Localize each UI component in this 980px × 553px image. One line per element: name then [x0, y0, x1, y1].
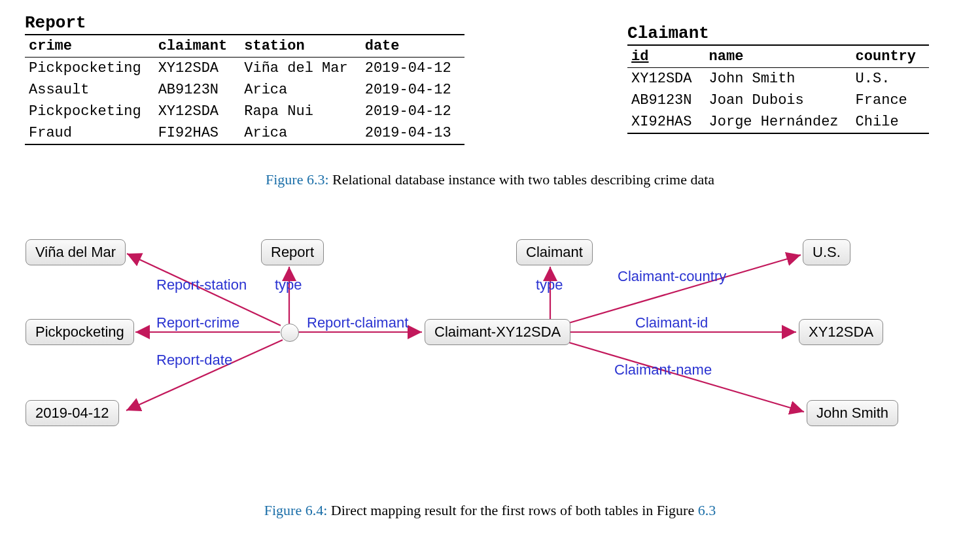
claimant-table-block: Claimant id name country XY12SDA John Sm…: [627, 24, 929, 134]
claimant-cell: AB9123N: [627, 90, 705, 111]
node-pick: Pickpocketing: [26, 319, 134, 345]
claimant-cell: France: [852, 90, 929, 111]
node-us: U.S.: [803, 239, 850, 265]
edge-claimant-country: Claimant-country: [618, 268, 726, 285]
edge-report-crime: Report-crime: [156, 314, 239, 331]
report-col-date: date: [361, 35, 464, 58]
report-cell: Pickpocketing: [25, 58, 154, 80]
tables-row: Report crime claimant station date Pickp…: [0, 0, 980, 145]
figure-number: Figure 6.4:: [264, 502, 328, 518]
edge-claimant-type: type: [536, 276, 563, 293]
table-row: Pickpocketing XY12SDA Rapa Nui 2019-04-1…: [25, 101, 464, 122]
report-cell: 2019-04-12: [361, 58, 464, 80]
edge-report-claimant: Report-claimant: [307, 314, 408, 331]
report-cell: Rapa Nui: [240, 101, 360, 122]
claimant-cell: Chile: [852, 111, 929, 133]
report-cell: Pickpocketing: [25, 101, 154, 122]
node-claimant: Claimant: [516, 239, 593, 265]
claimant-cell: U.S.: [852, 68, 929, 90]
figure-6-4-caption: Figure 6.4: Direct mapping result for th…: [0, 502, 980, 519]
claimant-col-name: name: [705, 45, 852, 68]
table-row: Pickpocketing XY12SDA Viña del Mar 2019-…: [25, 58, 464, 80]
node-blank: [281, 324, 299, 342]
claimant-cell: XI92HAS: [627, 111, 705, 133]
mapping-diagram: Viña del Mar Pickpocketing 2019-04-12 Re…: [19, 221, 961, 456]
report-cell: XY12SDA: [154, 101, 241, 122]
node-report: Report: [261, 239, 324, 265]
report-cell: 2019-04-12: [361, 79, 464, 101]
table-row: Fraud FI92HAS Arica 2019-04-13: [25, 122, 464, 144]
node-john: John Smith: [807, 400, 898, 426]
table-row: XI92HAS Jorge Hernández Chile: [627, 111, 929, 133]
report-cell: AB9123N: [154, 79, 241, 101]
report-cell: Viña del Mar: [240, 58, 360, 80]
claimant-cell: John Smith: [705, 68, 852, 90]
figure-ref-link[interactable]: 6.3: [698, 502, 716, 518]
edge-report-type: type: [275, 276, 302, 293]
report-cell: 2019-04-13: [361, 122, 464, 144]
report-cell: Arica: [240, 122, 360, 144]
claimant-cell: Jorge Hernández: [705, 111, 852, 133]
node-claimant-inst: Claimant-XY12SDA: [425, 319, 570, 345]
claimant-title: Claimant: [627, 24, 929, 43]
claimant-col-id: id: [627, 45, 705, 68]
node-date: 2019-04-12: [26, 400, 119, 426]
edge-claimant-id: Claimant-id: [635, 314, 708, 331]
node-vina: Viña del Mar: [26, 239, 126, 265]
report-table-block: Report crime claimant station date Pickp…: [25, 13, 464, 145]
report-cell: XY12SDA: [154, 58, 241, 80]
figure-6-3-caption: Figure 6.3: Relational database instance…: [0, 171, 980, 188]
table-row: XY12SDA John Smith U.S.: [627, 68, 929, 90]
claimant-cell: Joan Dubois: [705, 90, 852, 111]
table-row: AB9123N Joan Dubois France: [627, 90, 929, 111]
edge-report-date: Report-date: [156, 352, 232, 369]
report-cell: Fraud: [25, 122, 154, 144]
figure-text: Relational database instance with two ta…: [329, 171, 715, 188]
report-cell: Assault: [25, 79, 154, 101]
edge-claimant-name: Claimant-name: [614, 361, 712, 378]
report-table: crime claimant station date Pickpocketin…: [25, 34, 464, 145]
report-cell: Arica: [240, 79, 360, 101]
claimant-table: id name country XY12SDA John Smith U.S. …: [627, 44, 929, 134]
report-col-station: station: [240, 35, 360, 58]
report-cell: 2019-04-12: [361, 101, 464, 122]
node-xid: XY12SDA: [799, 319, 883, 345]
table-row: Assault AB9123N Arica 2019-04-12: [25, 79, 464, 101]
figure-number: Figure 6.3:: [266, 171, 329, 188]
svg-line-2: [126, 340, 283, 411]
edge-report-station: Report-station: [156, 276, 247, 293]
report-col-crime: crime: [25, 35, 154, 58]
figure-text: Direct mapping result for the first rows…: [327, 502, 697, 518]
report-cell: FI92HAS: [154, 122, 241, 144]
claimant-cell: XY12SDA: [627, 68, 705, 90]
claimant-col-country: country: [852, 45, 929, 68]
report-col-claimant: claimant: [154, 35, 241, 58]
report-title: Report: [25, 13, 464, 33]
